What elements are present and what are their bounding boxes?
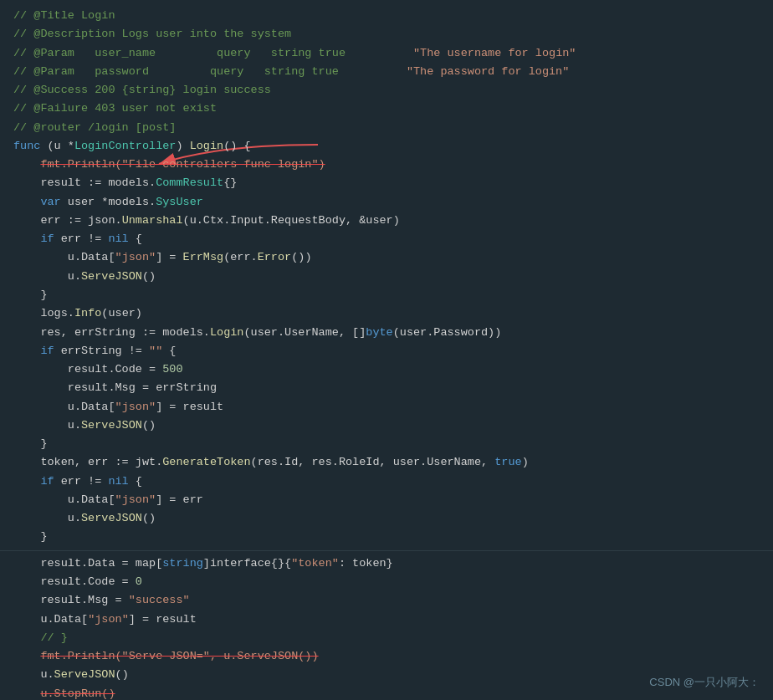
code-token: // @Success 200 {string} login success: [13, 81, 271, 100]
code-lines: // @Title Login// @Description Logs user…: [0, 7, 773, 700]
code-token: : token}: [339, 554, 393, 573]
code-token: [13, 230, 40, 248]
code-token: ]interface{}: [203, 554, 284, 573]
code-line: u.ServeJSON(): [0, 268, 773, 286]
code-token: Info: [74, 304, 101, 323]
code-token: result.Code =: [13, 573, 136, 591]
code-line: result.Data = map[string]interface{}{"to…: [0, 554, 773, 573]
code-token: query string true: [156, 44, 413, 63]
code-token: ] = result: [129, 611, 197, 629]
code-line: u.Data["json"] = ErrMsg(err.Error()): [0, 248, 773, 267]
code-line: result.Code = 0: [0, 573, 773, 591]
code-token: (u *: [40, 137, 74, 156]
code-token: GenerateToken: [162, 453, 250, 472]
code-token: 500: [162, 360, 182, 379]
code-token: ServeJSON: [81, 509, 142, 528]
code-token: u.Data[: [13, 248, 115, 267]
code-token: err := json.: [13, 212, 122, 230]
code-separator: [0, 550, 773, 551]
code-token: user_name: [95, 44, 156, 63]
code-token: (): [115, 666, 129, 684]
code-token: ): [522, 453, 529, 472]
code-line: result := models.CommResult{}: [0, 174, 773, 192]
code-token: byte: [366, 324, 392, 342]
watermark-text: CSDN @一只小阿大：: [649, 675, 760, 690]
code-token: token, err := jwt.: [13, 453, 162, 472]
code-line: // @Success 200 {string} login success: [0, 81, 773, 100]
strikethrough-text: fmt.Println("File controllers func login…: [40, 156, 325, 174]
code-token: Login: [190, 137, 224, 156]
code-line: res, errString := models.Login(user.User…: [0, 324, 773, 342]
code-token: result.Msg =: [13, 591, 129, 610]
code-token: (): [142, 509, 156, 528]
code-token: [13, 473, 40, 491]
code-line: if errString != "" {: [0, 342, 773, 360]
code-line: u.Data["json"] = result: [0, 611, 773, 629]
code-token: "token": [291, 554, 339, 573]
code-token: // @Description Logs user into the syste…: [13, 25, 291, 43]
code-token: "json": [115, 248, 156, 267]
strikethrough-text: fmt.Println("Serve JSON=", u.ServeJSON()…: [40, 647, 318, 666]
code-line: // @router /login [post]: [0, 119, 773, 137]
code-token: 0: [136, 573, 142, 591]
code-token: u.: [13, 509, 81, 528]
code-token: (u.Ctx.Input.RequestBody, &user): [183, 212, 400, 230]
code-token: // @Param: [13, 44, 95, 63]
code-token: u.: [13, 666, 54, 684]
code-token: // @Failure 403 user not exist: [13, 100, 217, 118]
code-token: {: [129, 230, 142, 248]
code-token: [13, 647, 40, 666]
code-line: }: [0, 528, 773, 546]
code-token: ] =: [156, 248, 182, 267]
code-token: ()): [291, 248, 311, 267]
code-token: res, errString := models.: [13, 324, 210, 342]
code-token: "json": [115, 398, 156, 416]
code-token: ServeJSON: [54, 666, 115, 684]
code-token: [13, 685, 40, 700]
code-token: "": [149, 342, 162, 360]
code-token: // }: [13, 629, 68, 647]
code-token: "The username for login": [413, 44, 576, 63]
code-line: if err != nil {: [0, 473, 773, 491]
code-token: // @Title Login: [13, 7, 115, 25]
code-line: u.Data["json"] = result: [0, 398, 773, 416]
code-token: ServeJSON: [81, 268, 142, 286]
code-token: {: [284, 554, 291, 573]
code-token: "json": [88, 611, 129, 629]
code-line: logs.Info(user): [0, 304, 773, 323]
code-token: "success": [129, 591, 190, 610]
code-token: (): [142, 416, 156, 435]
code-token: if: [40, 342, 54, 360]
code-token: logs.: [13, 304, 74, 323]
code-token: nil: [108, 473, 128, 491]
code-line: u.ServeJSON(): [0, 416, 773, 435]
code-token: // @Param password query string true: [13, 63, 407, 81]
code-token: {: [129, 473, 142, 491]
code-line: if err != nil {: [0, 230, 773, 248]
code-token: u.: [13, 268, 81, 286]
code-token: ServeJSON: [81, 416, 142, 435]
code-token: }: [13, 286, 48, 304]
code-token: u.: [13, 416, 81, 435]
code-line: token, err := jwt.GenerateToken(res.Id, …: [0, 453, 773, 472]
code-token: (err.: [223, 248, 258, 267]
code-token: u.Data[: [13, 491, 115, 509]
code-token: }: [13, 435, 48, 453]
code-line: fmt.Println("File controllers func login…: [0, 156, 773, 174]
code-token: {}: [223, 174, 237, 192]
code-line: u.Data["json"] = err: [0, 491, 773, 509]
code-line: // @Param user_name query string true "T…: [0, 44, 773, 63]
code-token: string: [162, 554, 203, 573]
code-token: CommResult: [156, 174, 223, 192]
code-token: }: [13, 528, 48, 546]
code-line: func (u *LoginController) Login() {: [0, 137, 773, 156]
code-token: "The password for login": [407, 63, 569, 81]
code-token: result := models.: [13, 174, 156, 192]
code-token: true: [494, 453, 521, 472]
code-token: [13, 156, 40, 174]
code-token: if: [40, 230, 54, 248]
strikethrough-text: u.StopRun(): [40, 685, 115, 700]
code-token: SysUser: [156, 193, 203, 212]
code-token: Error: [258, 248, 292, 267]
code-token: err !=: [54, 473, 109, 491]
